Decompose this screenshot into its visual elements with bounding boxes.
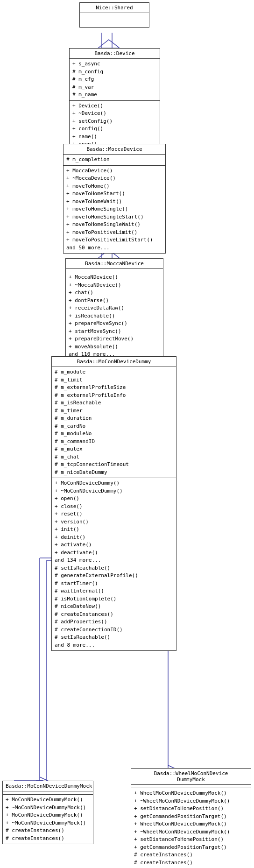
basda-mocca-device-fields: # m_completion — [64, 155, 165, 166]
basda-mocca-ndevice-methods: + MoccaNDevice() + ~MoccaNDevice() + cha… — [66, 272, 163, 360]
basda-device-title: Basda::Device — [70, 49, 160, 59]
basda-device-fields: + s_async # m_config # m_cfg # m_var # m… — [70, 59, 160, 101]
basda-wheel-mocon-device-dummy-mock-box: Basda::WheelMoConNDevice DummyMock + Whe… — [131, 768, 251, 868]
basda-mocon-device-dummy-title: Basda::MoConNDeviceDummy — [52, 357, 176, 367]
basda-mocon-device-dummy-mock-box: Basda::MoConNDeviceDummyMock + MoConNDev… — [2, 781, 93, 844]
basda-mocca-device-box: Basda::MoccaDevice # m_completion + Mocc… — [63, 144, 166, 254]
basda-mocon-device-dummy-methods: + MoConNDeviceDummy() + ~MoConNDeviceDum… — [52, 478, 176, 650]
basda-wheel-mocon-device-dummy-mock-fields — [131, 785, 251, 788]
basda-mocca-device-methods: + MoccaDevice() + ~MoccaDevice() + moveT… — [64, 166, 165, 254]
basda-wheel-mocon-device-dummy-mock-methods: + WheelMoConNDeviceDummyMock() + ~WheelM… — [131, 788, 251, 868]
basda-mocon-device-dummy-fields: # m_module # m_limit # m_externalProfile… — [52, 367, 176, 478]
basda-mocon-device-dummy-mock-title: Basda::MoConNDeviceDummyMock — [3, 781, 93, 791]
basda-mocon-device-dummy-mock-fields — [3, 791, 93, 795]
basda-mocon-device-dummy-box: Basda::MoConNDeviceDummy # m_module # m_… — [51, 356, 176, 651]
basda-mocon-device-dummy-mock-methods: + MoConNDeviceDummyMock() + ~MoConNDevic… — [3, 795, 93, 844]
diagram-container: Nice::Shared Basda::Device + s_async # m… — [0, 0, 254, 868]
basda-mocca-ndevice-fields — [66, 269, 163, 272]
basda-mocca-ndevice-box: Basda::MoccaNDevice + MoccaNDevice() + ~… — [65, 258, 163, 360]
basda-mocca-device-title: Basda::MoccaDevice — [64, 144, 165, 155]
nice-shared-body — [80, 13, 149, 27]
nice-shared-title: Nice::Shared — [80, 3, 149, 13]
basda-wheel-mocon-device-dummy-mock-title: Basda::WheelMoConNDevice DummyMock — [131, 769, 251, 785]
basda-mocca-ndevice-title: Basda::MoccaNDevice — [66, 259, 163, 269]
nice-shared-box: Nice::Shared — [79, 2, 149, 28]
